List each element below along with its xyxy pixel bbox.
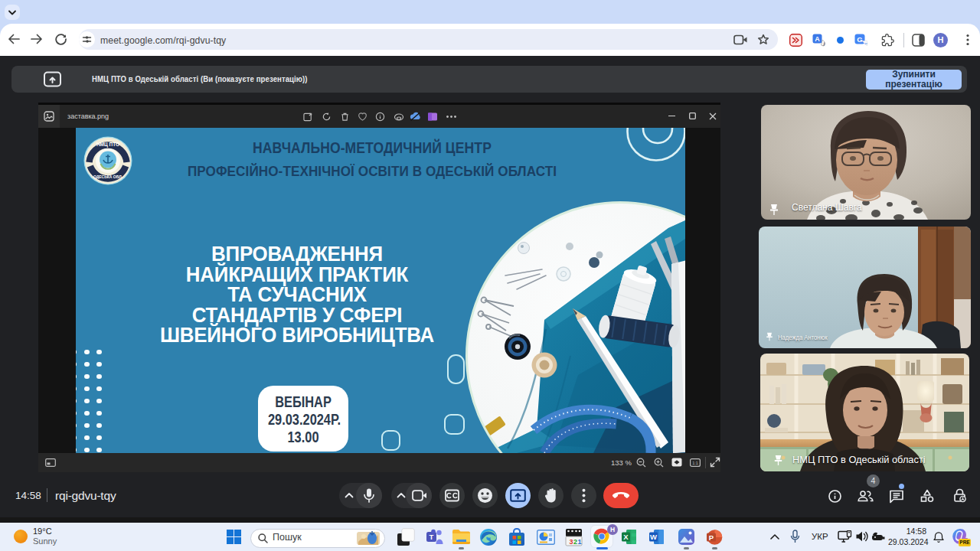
svg-text:1:1: 1:1 [692, 461, 698, 465]
svg-text:✂: ✂ [864, 41, 867, 46]
svg-text:G: G [857, 35, 862, 44]
svg-text:A: A [815, 35, 820, 43]
svg-text:あ: あ [823, 41, 825, 47]
svg-text:X: X [623, 533, 629, 541]
svg-text:1: 1 [578, 538, 582, 546]
svg-text:3: 3 [570, 538, 573, 546]
svg-text:W: W [650, 533, 657, 541]
svg-text:2: 2 [573, 538, 577, 546]
svg-text:T: T [430, 533, 434, 541]
svg-text:P: P [709, 533, 714, 542]
